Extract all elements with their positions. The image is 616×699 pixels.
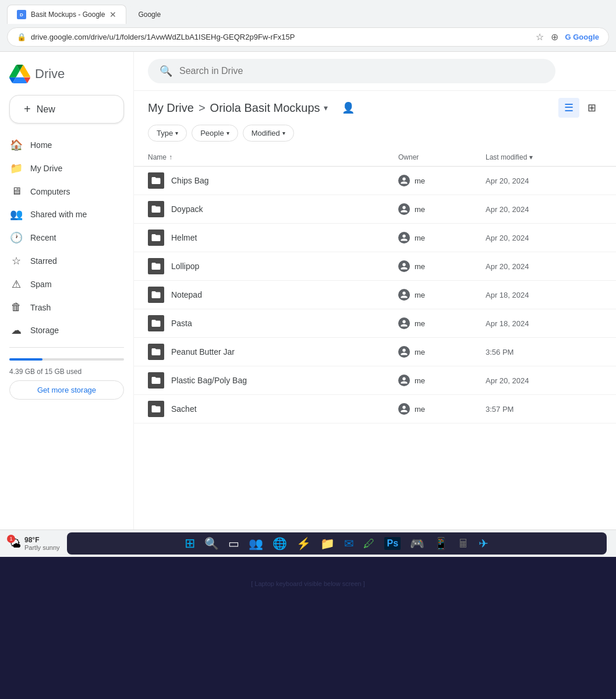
table-row[interactable]: Notepad me Apr 18, 2024 <box>134 281 616 309</box>
type-filter-button[interactable]: Type ▾ <box>148 125 187 142</box>
grid-view-button[interactable]: ⊞ <box>582 98 602 118</box>
svg-point-6 <box>155 351 157 353</box>
table-row[interactable]: Doypack me Apr 20, 2024 <box>134 195 616 224</box>
sidebar-item-computers[interactable]: 🖥 Computers <box>0 181 124 202</box>
svg-point-4 <box>155 294 157 296</box>
modified-cell: Apr 20, 2024 <box>486 205 602 214</box>
taskbar-teams-icon[interactable]: 👥 <box>249 536 263 550</box>
starred-icon: ☆ <box>9 255 23 267</box>
new-button[interactable]: + New <box>9 95 124 123</box>
modified-cell: Apr 20, 2024 <box>486 262 602 271</box>
sidebar-item-starred[interactable]: ☆ Starred <box>0 250 124 272</box>
people-filter-label: People <box>200 129 224 137</box>
owner-avatar <box>398 175 410 186</box>
sidebar-item-trash[interactable]: 🗑 Trash <box>0 296 124 318</box>
sidebar-item-storage[interactable]: ☁ Storage <box>0 319 124 341</box>
breadcrumb-root[interactable]: My Drive <box>148 101 194 115</box>
modified-cell: Apr 18, 2024 <box>486 319 602 328</box>
address-bar[interactable]: 🔒 drive.google.com/drive/u/1/folders/1Av… <box>7 27 609 47</box>
address-bar-actions: ☆ ⊕ G Google <box>536 31 600 43</box>
search-container: 🔍 <box>134 52 616 91</box>
tab-title: Basit Mockups - Google <box>31 10 105 19</box>
shared-icon: 👥 <box>9 208 23 221</box>
keyboard-visual: [ Laptop keyboard visible below screen ] <box>251 580 365 587</box>
view-toggle: ☰ ⊞ <box>558 98 602 118</box>
owner-cell: me <box>398 260 486 272</box>
file-name-text: Lollipop <box>171 262 199 271</box>
taskbar-phone-icon[interactable]: 📱 <box>434 536 448 550</box>
file-name-text: Plastic Bag/Poly Bag <box>171 376 247 385</box>
modified-filter-button[interactable]: Modified ▾ <box>243 125 294 142</box>
owner-name: me <box>415 405 425 414</box>
owner-name: me <box>415 348 425 356</box>
modified-cell: 3:56 PM <box>486 348 602 356</box>
taskbar-game-icon[interactable]: 🎮 <box>410 536 424 550</box>
table-row[interactable]: Helmet me Apr 20, 2024 <box>134 224 616 252</box>
file-name-text: Peanut Butter Jar <box>171 347 235 356</box>
search-bar[interactable]: 🔍 <box>148 59 555 83</box>
sidebar-item-my-drive-label: My Drive <box>30 164 62 173</box>
taskbar-pencil-icon[interactable]: 🖊 <box>363 537 375 550</box>
windows-start-button[interactable]: ⊞ <box>185 536 195 551</box>
owner-name: me <box>415 376 425 385</box>
taskbar-chrome-icon[interactable]: 🌐 <box>272 536 287 550</box>
list-view-button[interactable]: ☰ <box>558 98 579 118</box>
google-tab[interactable]: Google <box>129 6 199 23</box>
table-row[interactable]: Lollipop me Apr 20, 2024 <box>134 252 616 281</box>
folder-icon <box>148 401 164 417</box>
star-icon[interactable]: ☆ <box>536 31 544 43</box>
app-container: Drive + New 🏠 Home 📁 My Drive 🖥 Computer… <box>0 52 616 529</box>
sidebar-item-spam[interactable]: ⚠ Spam <box>0 273 124 295</box>
breadcrumb-current[interactable]: Oriola Basit Mockups ▾ <box>210 101 328 115</box>
sidebar-item-recent[interactable]: 🕐 Recent <box>0 227 124 249</box>
search-input[interactable] <box>179 66 544 76</box>
file-name-cell: Plastic Bag/Poly Bag <box>148 372 398 389</box>
table-row[interactable]: Sachet me 3:57 PM <box>134 395 616 423</box>
owner-name: me <box>415 234 425 242</box>
breadcrumb-dropdown-icon[interactable]: ▾ <box>324 103 328 112</box>
weather-condition: Partly sunny <box>24 544 60 551</box>
share-people-icon[interactable]: 👤 <box>342 101 355 114</box>
taskbar-calculator-icon[interactable]: 🖩 <box>458 537 469 550</box>
col-modified-header[interactable]: Last modified ▾ <box>486 153 602 161</box>
col-name-header[interactable]: Name ↑ <box>148 153 398 161</box>
taskbar-photoshop-icon[interactable]: Ps <box>384 537 401 550</box>
table-body: Chips Bag me Apr 20, 2024 <box>134 167 616 423</box>
taskbar-files-icon[interactable]: 📁 <box>320 536 335 550</box>
tab-close-button[interactable]: ✕ <box>109 10 116 19</box>
table-row[interactable]: Pasta me Apr 18, 2024 <box>134 309 616 338</box>
sidebar-divider <box>9 347 124 348</box>
taskbar-edge-icon[interactable]: ⚡ <box>296 536 311 550</box>
sidebar-item-my-drive[interactable]: 📁 My Drive <box>0 157 124 179</box>
home-icon: 🏠 <box>9 139 23 151</box>
active-tab[interactable]: D Basit Mockups - Google ✕ <box>7 5 126 24</box>
svg-point-3 <box>155 266 157 267</box>
people-filter-button[interactable]: People ▾ <box>192 125 238 142</box>
owner-cell: me <box>398 403 486 415</box>
get-more-storage-button[interactable]: Get more storage <box>9 380 124 400</box>
file-name-text: Doypack <box>171 204 203 214</box>
file-name-cell: Sachet <box>148 401 398 417</box>
bookmark-icon[interactable]: ⊕ <box>551 31 558 43</box>
file-name-cell: Lollipop <box>148 258 398 274</box>
taskbar-task-view-icon[interactable]: ▭ <box>228 536 239 550</box>
svg-point-0 <box>155 180 157 182</box>
table-row[interactable]: Chips Bag me Apr 20, 2024 <box>134 167 616 195</box>
svg-point-5 <box>155 323 157 324</box>
taskbar-search-icon[interactable]: 🔍 <box>204 536 219 550</box>
computers-icon: 🖥 <box>9 185 23 197</box>
table-header: Name ↑ Owner Last modified ▾ <box>134 149 616 167</box>
sidebar-item-storage-label: Storage <box>30 326 59 335</box>
sidebar-item-trash-label: Trash <box>30 303 51 312</box>
modified-sort-icon: ▾ <box>529 153 533 161</box>
owner-avatar <box>398 232 410 243</box>
sidebar-item-shared[interactable]: 👥 Shared with me <box>0 203 124 225</box>
sidebar: Drive + New 🏠 Home 📁 My Drive 🖥 Computer… <box>0 52 134 529</box>
sidebar-item-home[interactable]: 🏠 Home <box>0 134 124 156</box>
taskbar-mail-icon[interactable]: ✉ <box>344 536 354 550</box>
table-row[interactable]: Peanut Butter Jar me 3:56 PM <box>134 338 616 366</box>
taskbar-telegram-icon[interactable]: ✈ <box>479 536 488 550</box>
file-table: Name ↑ Owner Last modified ▾ <box>134 149 616 529</box>
owner-avatar <box>398 289 410 301</box>
table-row[interactable]: Plastic Bag/Poly Bag me Apr 20, 2024 <box>134 366 616 395</box>
